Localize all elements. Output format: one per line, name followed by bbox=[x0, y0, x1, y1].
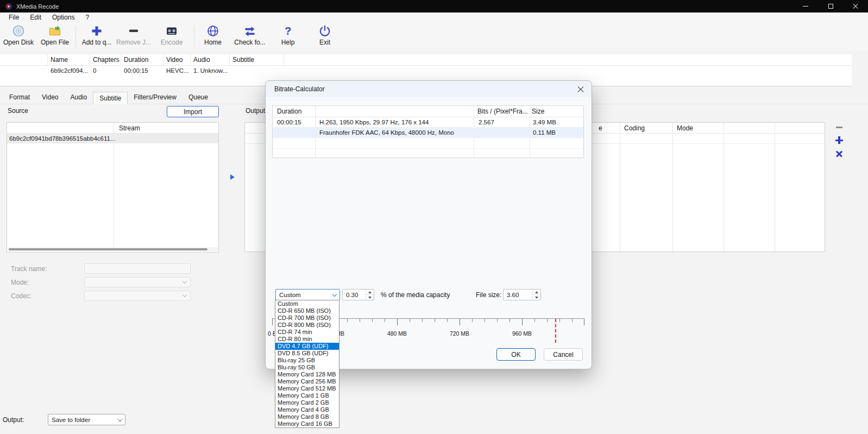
toolbar-label: Remove J... bbox=[116, 39, 151, 46]
cancel-button[interactable]: Cancel bbox=[544, 348, 583, 361]
clear-tracks-button[interactable] bbox=[835, 150, 843, 158]
dropdown-option[interactable]: CD-R 800 MB (ISO) bbox=[275, 322, 339, 329]
toolbar-open-file[interactable]: Open File bbox=[38, 24, 72, 49]
menu-help[interactable]: ? bbox=[80, 12, 95, 23]
dropdown-option[interactable]: Blu-ray 50 GB bbox=[275, 364, 339, 371]
file-col-name[interactable]: Name bbox=[48, 54, 90, 66]
column-divider bbox=[775, 123, 775, 251]
close-icon bbox=[852, 3, 859, 10]
dropdown-option-highlighted[interactable]: DVD 4.7 GB (UDF) bbox=[275, 343, 339, 350]
add-track-button[interactable] bbox=[835, 136, 844, 144]
spin-down-button[interactable] bbox=[533, 294, 540, 300]
dropdown-option[interactable]: CD-R 700 MB (ISO) bbox=[275, 315, 339, 322]
file-col-video[interactable]: Video bbox=[163, 54, 191, 66]
file-col-audio[interactable]: Audio bbox=[191, 54, 230, 66]
dropdown-option[interactable]: Custom bbox=[275, 300, 339, 307]
toolbar-help[interactable]: ? Help bbox=[274, 24, 302, 49]
file-row-duration: 00:00:15 bbox=[121, 66, 163, 76]
down-arrow-icon bbox=[368, 297, 372, 299]
stream-column-header[interactable]: Stream bbox=[119, 123, 140, 134]
source-row[interactable]: 6b9c2cf0941bd78b396515abb4c611... bbox=[7, 134, 218, 143]
media-capacity-value: Custom bbox=[276, 292, 330, 298]
dialog-close-button[interactable] bbox=[577, 85, 585, 93]
remove-track-button bbox=[835, 123, 844, 131]
dropdown-option[interactable]: Memory Card 1 GB bbox=[275, 392, 339, 399]
file-size-value: 3.60 bbox=[504, 290, 532, 300]
dropdown-option[interactable]: Memory Card 2 GB bbox=[275, 399, 339, 406]
file-col-chapters[interactable]: Chapters bbox=[90, 54, 121, 66]
dropdown-option[interactable]: CD-R 74 min bbox=[275, 329, 339, 336]
tab-filters-preview[interactable]: Filters/Preview bbox=[128, 92, 183, 104]
mode-label: Mode: bbox=[11, 279, 29, 286]
dropdown-option[interactable]: Blu-ray 25 GB bbox=[275, 357, 339, 364]
source-table-header: Stream bbox=[7, 123, 218, 134]
close-button[interactable] bbox=[843, 0, 868, 12]
major-tick bbox=[460, 319, 460, 325]
toolbar-remove-job: Remove J... bbox=[115, 24, 152, 49]
track-name-label: Track name: bbox=[11, 265, 47, 273]
tab-video[interactable]: Video bbox=[36, 92, 64, 104]
dropdown-option[interactable]: Memory Card 256 MB bbox=[275, 378, 339, 385]
file-col-duration[interactable]: Duration bbox=[121, 54, 163, 66]
toolbar-add-to-queue[interactable]: Add to q... bbox=[79, 24, 114, 49]
stream-row-audio[interactable]: Fraunhofer FDK AAC, 64 Kbps, 48000 Hz, M… bbox=[273, 128, 583, 138]
scale-label-720: 720 MB bbox=[443, 330, 476, 337]
tab-format[interactable]: Format bbox=[3, 92, 36, 104]
ok-button[interactable]: OK bbox=[496, 348, 536, 361]
dialog-table-header: Duration Bits / (Pixel*Fra... Size bbox=[273, 106, 583, 117]
col-size: Size bbox=[532, 106, 544, 117]
scale-label-480: 480 MB bbox=[381, 330, 413, 337]
minus-icon bbox=[127, 24, 140, 37]
plus-icon bbox=[90, 24, 103, 37]
save-destination-select[interactable]: Save to folder bbox=[48, 414, 125, 425]
menu-options[interactable]: Options bbox=[47, 12, 80, 23]
spin-up-button[interactable] bbox=[366, 290, 374, 294]
toolbar-home[interactable]: Home bbox=[198, 24, 228, 49]
file-row[interactable]: 6b9c2cf094... 0 00:00:15 HEVC... 1. Unkn… bbox=[0, 66, 852, 76]
import-button[interactable]: Import bbox=[167, 106, 219, 117]
dropdown-option[interactable]: CD-R 80 min bbox=[275, 336, 339, 343]
major-tick bbox=[522, 319, 523, 325]
minimize-icon bbox=[803, 6, 808, 7]
output-col-coding[interactable]: Coding bbox=[624, 123, 645, 134]
output-col-mode[interactable]: Mode bbox=[677, 123, 693, 134]
dialog-streams-table: Duration Bits / (Pixel*Fra... Size 00:00… bbox=[272, 105, 584, 158]
dropdown-option[interactable]: Memory Card 512 MB bbox=[275, 385, 339, 392]
tab-audio[interactable]: Audio bbox=[65, 92, 93, 104]
chevron-down-icon bbox=[183, 279, 187, 284]
minimize-button[interactable] bbox=[793, 0, 818, 12]
media-capacity-combo[interactable]: Custom bbox=[275, 289, 340, 300]
percent-spinner[interactable]: 0.30 bbox=[342, 289, 374, 300]
dropdown-option[interactable]: Memory Card 128 MB bbox=[275, 371, 339, 378]
spin-up-button[interactable] bbox=[533, 290, 540, 294]
maximize-button[interactable] bbox=[818, 0, 843, 12]
tab-subtitle[interactable]: Subtitle bbox=[93, 92, 128, 104]
menu-edit[interactable]: Edit bbox=[24, 12, 47, 23]
output-panel-label: Output bbox=[246, 107, 265, 115]
source-label: Source bbox=[8, 107, 28, 115]
stream-row-video[interactable]: 00:00:15 H.263, 1950 Kbps, 29.97 Hz, 176… bbox=[273, 117, 583, 128]
dropdown-option[interactable]: Memory Card 8 GB bbox=[275, 413, 339, 420]
file-col-subtitle[interactable]: Subtitle bbox=[230, 54, 284, 66]
toolbar-open-disk[interactable]: Open Disk bbox=[2, 24, 35, 49]
transfer-arrow-button[interactable] bbox=[228, 172, 237, 182]
toolbar-label: Encode bbox=[161, 39, 183, 46]
file-size-spinner[interactable]: 3.60 bbox=[503, 289, 541, 300]
source-hscrollbar[interactable] bbox=[8, 247, 218, 251]
menu-file[interactable]: File bbox=[3, 12, 24, 23]
power-icon bbox=[318, 24, 331, 37]
dropdown-option[interactable]: CD-R 650 MB (ISO) bbox=[275, 307, 339, 315]
encode-icon bbox=[165, 24, 178, 37]
disk-icon bbox=[12, 24, 25, 37]
row-size: 0.11 MB bbox=[530, 128, 583, 138]
spin-down-button[interactable] bbox=[366, 294, 374, 300]
dropdown-option[interactable]: DVD 8.5 GB (UDF) bbox=[275, 350, 339, 357]
dropdown-option[interactable]: Memory Card 4 GB bbox=[275, 406, 339, 413]
right-arrow-icon bbox=[230, 174, 235, 180]
dropdown-option[interactable]: Memory Card 16 GB bbox=[275, 420, 339, 427]
toolbar-exit[interactable]: Exit bbox=[311, 24, 339, 49]
scrollbar-thumb[interactable] bbox=[9, 248, 207, 250]
toolbar-check-for-updates[interactable]: Check fo... bbox=[231, 24, 268, 49]
mode-select bbox=[84, 277, 191, 287]
tab-queue[interactable]: Queue bbox=[183, 92, 214, 104]
